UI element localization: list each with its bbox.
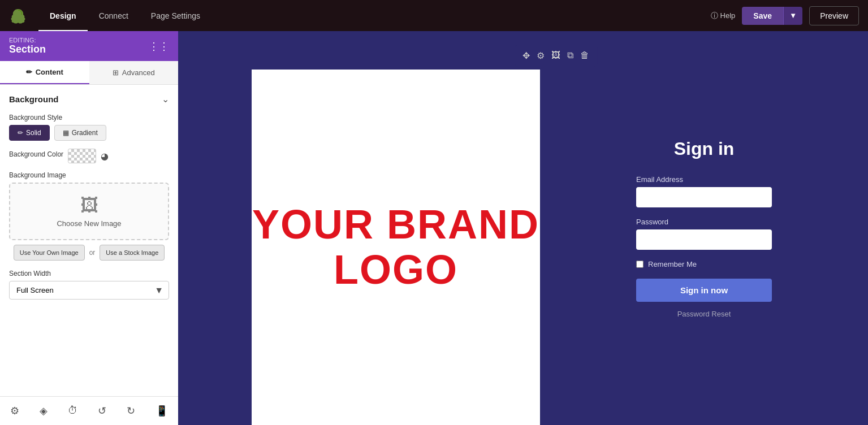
settings-toolbar-icon[interactable]: ⚙ [534, 48, 547, 63]
style-buttons: ✏ Solid ▦ Gradient [9, 125, 169, 141]
upload-text: Choose New Image [21, 219, 157, 228]
redo-icon[interactable]: ↻ [127, 405, 135, 417]
remember-me-label: Remember Me [648, 260, 697, 268]
password-label: Password [636, 218, 772, 226]
save-btn-group: Save ▼ [742, 7, 802, 25]
tab-content[interactable]: ✏ Content [0, 61, 89, 84]
history-icon[interactable]: ⏱ [68, 405, 78, 417]
sidebar-bottom-bar: ⚙ ◈ ⏱ ↺ ↻ 📱 [0, 396, 178, 425]
move-toolbar-icon[interactable]: ✥ [520, 48, 532, 63]
gradient-icon: ▦ [63, 129, 69, 137]
brand-panel: YOUR BRAND LOGO [252, 70, 540, 425]
image-toolbar-icon[interactable]: 🖼 [549, 48, 563, 63]
use-own-image-button[interactable]: Use Your Own Image [14, 245, 85, 261]
nav-tab-connect[interactable]: Connect [88, 0, 140, 31]
main-layout: EDITING: Section ⋮⋮ ✏ Content ⊞ Advanced… [0, 31, 868, 425]
section-width-label: Section Width [9, 270, 169, 277]
background-style-field: Background Style ✏ Solid ▦ Gradient [9, 114, 169, 141]
image-upload-icon: 🖼 [21, 195, 157, 216]
section-width-field: Section Width Full Screen Boxed Custom ▼ [9, 270, 169, 300]
section-label: Section [9, 44, 46, 55]
use-stock-image-button[interactable]: Use a Stock Image [100, 245, 165, 261]
help-button[interactable]: ⓘ Help [711, 11, 736, 21]
background-section-header: Background ⌄ [9, 94, 169, 105]
email-field-group: Email Address [636, 175, 772, 207]
sidebar-content: Background ⌄ Background Style ✏ Solid ▦ … [0, 85, 178, 316]
color-swatch[interactable] [68, 149, 96, 163]
delete-toolbar-icon[interactable]: 🗑 [578, 48, 591, 63]
duplicate-toolbar-icon[interactable]: ⧉ [565, 48, 576, 63]
gradient-style-button[interactable]: ▦ Gradient [54, 125, 106, 141]
save-dropdown-button[interactable]: ▼ [783, 7, 802, 25]
sidebar-header: EDITING: Section ⋮⋮ [0, 31, 178, 61]
background-style-label: Background Style [9, 114, 169, 122]
nav-tab-design[interactable]: Design [38, 0, 88, 31]
sidebar: EDITING: Section ⋮⋮ ✏ Content ⊞ Advanced… [0, 31, 178, 425]
image-buttons: Use Your Own Image or Use a Stock Image [9, 245, 169, 261]
signin-panel: Sign in Email Address Password Remember … [540, 31, 868, 425]
password-reset-link[interactable]: Password Reset [677, 310, 731, 318]
canvas-area: ✥ ⚙ 🖼 ⧉ 🗑 YOUR BRAND LOGO Sign in Email … [178, 31, 868, 425]
grid-icon[interactable]: ⋮⋮ [149, 40, 169, 53]
password-input[interactable] [636, 229, 772, 250]
undo-icon[interactable]: ↺ [98, 405, 106, 417]
email-input[interactable] [636, 187, 772, 207]
page-split: YOUR BRAND LOGO Sign in Email Address Pa… [178, 31, 868, 425]
width-select[interactable]: Full Screen Boxed Custom [9, 281, 169, 300]
width-select-wrapper: Full Screen Boxed Custom ▼ [9, 281, 169, 300]
top-nav: Design Connect Page Settings ⓘ Help Save… [0, 0, 868, 31]
signin-title: Sign in [674, 138, 735, 159]
solid-icon: ✏ [18, 129, 23, 137]
background-title: Background [9, 94, 59, 104]
background-image-field: Background Image 🖼 Choose New Image Use … [9, 171, 169, 261]
remember-me-checkbox[interactable] [636, 261, 644, 268]
nav-right: ⓘ Help Save ▼ Preview [711, 6, 859, 25]
logo-icon[interactable] [9, 7, 27, 25]
solid-style-button[interactable]: ✏ Solid [9, 125, 50, 141]
editing-label: EDITING: [9, 37, 46, 44]
email-label: Email Address [636, 175, 772, 184]
nav-tab-page-settings[interactable]: Page Settings [140, 0, 211, 31]
brand-logo-text: YOUR BRAND LOGO [252, 202, 540, 292]
nav-tabs: Design Connect Page Settings [38, 0, 211, 31]
mobile-icon[interactable]: 📱 [156, 405, 168, 417]
password-field-group: Password [636, 218, 772, 250]
help-circle-icon: ⓘ [711, 11, 718, 21]
editing-section-info: EDITING: Section [9, 37, 46, 55]
grid-icon-small: ⊞ [113, 68, 119, 77]
signin-now-button[interactable]: Sign in now [636, 279, 772, 302]
image-upload-area[interactable]: 🖼 Choose New Image [9, 183, 169, 240]
background-image-label: Background Image [9, 171, 169, 179]
remember-me-row: Remember Me [636, 260, 772, 268]
tab-advanced[interactable]: ⊞ Advanced [89, 61, 179, 84]
preview-button[interactable]: Preview [809, 6, 859, 25]
color-picker-icon[interactable]: ◕ [101, 151, 109, 162]
sidebar-tabs: ✏ Content ⊞ Advanced [0, 61, 178, 85]
background-chevron-icon[interactable]: ⌄ [162, 94, 169, 105]
background-color-row: Background Color ◕ [9, 149, 169, 163]
save-button[interactable]: Save [742, 7, 783, 25]
or-text: or [89, 249, 96, 257]
background-color-label: Background Color [9, 150, 63, 158]
settings-icon[interactable]: ⚙ [10, 405, 19, 417]
layers-icon[interactable]: ◈ [40, 405, 47, 417]
pencil-icon: ✏ [26, 68, 32, 76]
floating-toolbar: ✥ ⚙ 🖼 ⧉ 🗑 [515, 45, 597, 67]
